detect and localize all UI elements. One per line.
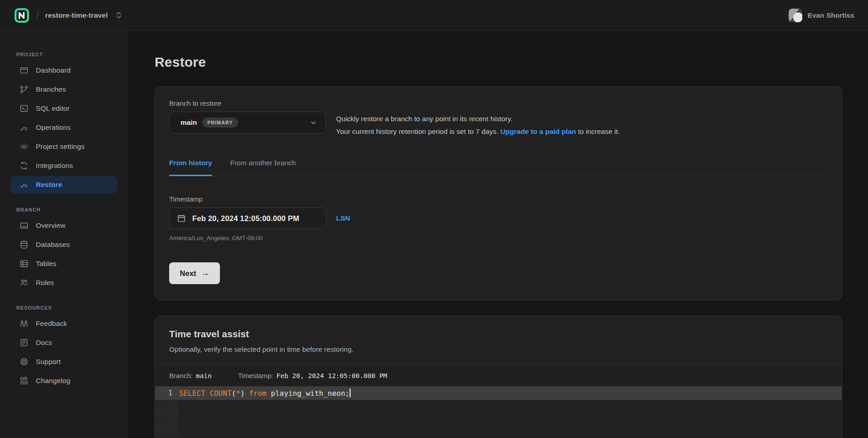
timestamp-value: Feb 20, 2024 12:05:00.000 PM (192, 214, 299, 223)
roles-icon (20, 278, 29, 287)
sql-editor-icon (20, 104, 29, 113)
restore-icon (20, 180, 29, 189)
sidebar-item-branches[interactable]: Branches (10, 81, 117, 98)
main-content: Restore Branch to restore main PRIMARY Q… (127, 31, 868, 438)
project-switcher-caret-icon[interactable] (116, 12, 122, 19)
user-avatar (789, 9, 802, 22)
restore-description-line2: Your current history retention period is… (336, 125, 620, 138)
context-branch-label: Branch: (169, 372, 193, 379)
timestamp-label: Timestamp (169, 195, 828, 203)
time-travel-assist-title: Time travel assist (169, 329, 828, 340)
timezone-text: America/Los_Angeles, GMT-08:00 (169, 235, 828, 241)
query-context-bar: Branch: main Timestamp: Feb 20, 2024 12:… (155, 364, 842, 386)
chevron-down-icon (309, 118, 317, 127)
sidebar: PROJECT Dashboard Branches SQL editor Op… (0, 31, 127, 438)
sidebar-item-roles[interactable]: Roles (10, 274, 117, 291)
arrow-right-icon: → (200, 268, 209, 278)
sidebar-item-feedback[interactable]: Feedback (10, 315, 117, 332)
line-number: 1 (155, 389, 179, 397)
timestamp-input[interactable]: Feb 20, 2024 12:05:00.000 PM (169, 207, 327, 229)
sidebar-item-tables[interactable]: Tables (10, 255, 117, 272)
primary-badge: PRIMARY (202, 118, 238, 128)
branch-to-restore-label: Branch to restore (169, 99, 828, 107)
sql-query-editor[interactable]: 1 SELECT COUNT(*) from playing_with_neon… (155, 386, 842, 438)
sidebar-section-project: PROJECT (0, 52, 127, 60)
docs-icon (20, 338, 29, 347)
upgrade-plan-link[interactable]: Upgrade to a paid plan (500, 128, 576, 135)
branches-icon (20, 85, 29, 94)
editor-gutter (155, 400, 179, 438)
restore-card: Branch to restore main PRIMARY Quickly r… (155, 86, 842, 300)
sidebar-item-dashboard[interactable]: Dashboard (10, 62, 117, 79)
restore-tabs: From history From another branch (169, 159, 828, 176)
operations-icon (20, 123, 29, 132)
restore-description: Quickly restore a branch to any point in… (336, 112, 620, 138)
sidebar-section-branch: BRANCH (0, 207, 127, 215)
table-icon (20, 259, 29, 268)
next-button[interactable]: Next → (169, 262, 220, 284)
editor-active-line[interactable]: 1 SELECT COUNT(*) from playing_with_neon… (155, 386, 842, 400)
time-travel-assist-card: Time travel assist Optionally, verify th… (155, 316, 842, 438)
calendar-icon (177, 214, 186, 223)
user-name: Evan Shortiss (808, 11, 854, 20)
time-travel-assist-description: Optionally, verify the selected point in… (169, 345, 828, 354)
sidebar-item-restore[interactable]: Restore (10, 176, 117, 193)
sidebar-item-integrations[interactable]: Integrations (10, 157, 117, 174)
dashboard-icon (20, 66, 29, 75)
tab-from-another-branch[interactable]: From another branch (230, 159, 296, 176)
settings-gear-icon (20, 142, 29, 151)
sql-code-line: SELECT COUNT(*) from playing_with_neon; (179, 389, 351, 398)
lsn-link[interactable]: LSN (336, 214, 350, 222)
sidebar-item-operations[interactable]: Operations (10, 119, 117, 136)
branch-select-value: main (180, 118, 197, 127)
project-switcher-label[interactable]: restore-time-travel (45, 11, 108, 20)
tab-from-history[interactable]: From history (169, 159, 212, 176)
sidebar-section-resources: RESOURCES (0, 305, 127, 313)
context-timestamp-value: Feb 20, 2024 12:05:00.000 PM (276, 372, 387, 379)
neon-logo-icon (14, 8, 29, 23)
sidebar-item-support[interactable]: Support (10, 353, 117, 370)
sidebar-item-docs[interactable]: Docs (10, 334, 117, 351)
database-icon (20, 240, 29, 249)
breadcrumb-divider: / (36, 10, 39, 20)
overview-icon (20, 221, 29, 230)
sidebar-item-project-settings[interactable]: Project settings (10, 138, 117, 155)
sidebar-item-databases[interactable]: Databases (10, 236, 117, 253)
topbar: / restore-time-travel Evan Shortiss (0, 0, 868, 31)
sidebar-item-sql-editor[interactable]: SQL editor (10, 100, 117, 117)
sidebar-item-overview[interactable]: Overview (10, 217, 117, 234)
support-icon (20, 357, 29, 366)
context-branch-value: main (196, 372, 212, 379)
branch-select[interactable]: main PRIMARY (169, 112, 326, 133)
editor-empty-area[interactable] (155, 400, 842, 438)
sidebar-item-changelog[interactable]: Changelog (10, 372, 117, 389)
page-title: Restore (155, 54, 842, 70)
user-menu[interactable]: Evan Shortiss (789, 9, 854, 22)
feedback-icon (20, 319, 29, 328)
neon-logo[interactable] (14, 7, 30, 24)
context-timestamp-label: Timestamp: (238, 372, 273, 379)
text-cursor (350, 389, 351, 397)
restore-description-line1: Quickly restore a branch to any point in… (336, 113, 620, 125)
integrations-icon (20, 161, 29, 170)
changelog-icon (20, 376, 29, 385)
